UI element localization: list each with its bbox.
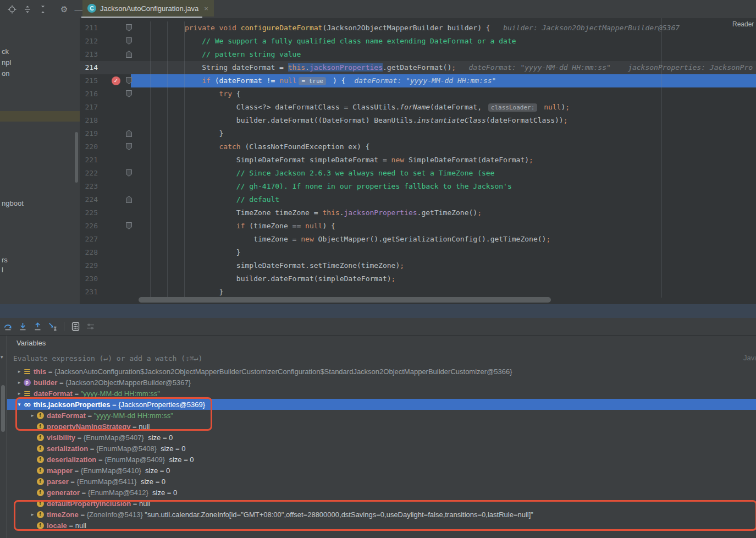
tab-variables[interactable]: Variables [7, 339, 46, 347]
project-tree-scrollbar[interactable] [75, 132, 78, 183]
step-into-icon[interactable] [18, 322, 27, 331]
expand-all-icon[interactable] [23, 4, 32, 14]
code-line-214: 214 String dateFormat = this.jacksonProp… [80, 61, 756, 74]
project-tree-item[interactable]: ngboot [2, 199, 24, 207]
fold-marker-icon[interactable] [125, 76, 133, 85]
variable-value: {EnumMap@5410} [81, 466, 141, 475]
variable-row-parser[interactable]: fparser = {EnumMap@5411} size = 0 [7, 476, 756, 487]
chevron-right-icon[interactable]: ▸ [29, 512, 36, 517]
mute-filters-icon[interactable] [86, 322, 95, 331]
variable-row-deserialization[interactable]: fdeserialization = {EnumMap@5409} size =… [7, 454, 756, 465]
debugger-left-strip: ▾ [0, 336, 7, 538]
variable-row-this[interactable]: ▸this = {JacksonAutoConfiguration$Jackso… [7, 366, 756, 377]
step-over-icon[interactable] [3, 322, 13, 331]
code-text[interactable]: // gh-4170). If none in our properties f… [131, 180, 756, 193]
code-text[interactable]: } [131, 246, 756, 259]
line-number: 222 [80, 167, 98, 180]
fold-marker-icon[interactable] [125, 195, 133, 204]
code-text[interactable]: SimpleDateFormat simpleDateFormat = new … [131, 153, 756, 167]
indent-guide [150, 21, 151, 299]
fold-marker-icon[interactable] [125, 24, 133, 32]
hide-panel-icon[interactable]: — [74, 4, 82, 14]
code-text[interactable]: catch (ClassNotFoundException ex) { [131, 140, 756, 153]
variable-row-generator[interactable]: fgenerator = {EnumMap@5412} size = 0 [7, 487, 756, 498]
code-line-218: 218 builder.dateFormat((DateFormat) Bean… [80, 114, 756, 127]
code-text[interactable]: private void configureDateFormat(Jackson… [131, 21, 756, 35]
fold-marker-icon[interactable] [125, 169, 133, 177]
variable-name: this.jacksonProperties [34, 400, 110, 409]
code-text[interactable]: String dateFormat = this.jacksonProperti… [131, 61, 756, 74]
code-text[interactable]: simpleDateFormat.setTimeZone(timeZone); [131, 259, 756, 272]
code-text[interactable]: // Since Jackson 2.6.3 we always need to… [131, 167, 756, 180]
code-text[interactable]: timeZone = new ObjectMapper().getSeriali… [131, 233, 756, 246]
tab-close-icon[interactable]: × [204, 4, 208, 13]
variable-name: parser [47, 477, 69, 486]
value-icon [24, 391, 30, 396]
variable-name: dateFormat [34, 389, 73, 398]
variables-scrollbar[interactable] [1, 385, 5, 432]
variable-row-locale[interactable]: flocale = null [7, 520, 756, 531]
evaluate-expression-row[interactable]: Evaluate expression (↵) or add a watch (… [7, 350, 756, 366]
variable-row-propertynamingstrategy[interactable]: fpropertyNamingStrategy = null [7, 421, 756, 432]
project-tree-selected-row[interactable] [0, 111, 80, 122]
reader-mode-label[interactable]: Reader mode [732, 20, 756, 28]
fold-marker-icon[interactable] [125, 50, 133, 58]
project-tree-item[interactable]: rs [2, 256, 8, 264]
locate-icon[interactable] [8, 4, 16, 14]
fold-marker-icon[interactable] [125, 142, 133, 151]
variable-row-timezone[interactable]: ▸ftimeZone = {ZoneInfo@5413} "sun.util.c… [7, 509, 756, 520]
variable-row-mapper[interactable]: fmapper = {EnumMap@5410} size = 0 [7, 465, 756, 476]
code-text[interactable]: if (timeZone == null) { [131, 219, 756, 233]
tab-jackson-auto-configuration[interactable]: C JacksonAutoConfiguration.java × [82, 0, 214, 17]
code-text[interactable]: TimeZone timeZone = this.jacksonProperti… [131, 206, 756, 219]
code-editor[interactable]: 211 private void configureDateFormat(Jac… [80, 18, 756, 304]
variable-row-serialization[interactable]: fserialization = {EnumMap@5408} size = 0 [7, 443, 756, 454]
evaluate-expression-icon[interactable] [71, 322, 80, 331]
project-tree-item[interactable]: on [2, 69, 9, 78]
project-tree-item[interactable]: ck [2, 47, 9, 56]
variable-row-this-jacksonproperties[interactable]: ▾oothis.jacksonProperties = {JacksonProp… [7, 399, 756, 410]
chevron-down-icon[interactable]: ▾ [1, 354, 3, 360]
editor-horizontal-scrollbar[interactable] [139, 297, 551, 303]
step-out-icon[interactable] [33, 322, 42, 331]
project-tree-item[interactable]: npl [2, 58, 11, 67]
fold-marker-icon[interactable] [125, 90, 133, 98]
code-text[interactable]: // pattern string value [131, 48, 756, 61]
variable-value: {EnumMap@5409} [104, 455, 165, 464]
variable-name: mapper [47, 466, 73, 475]
chevron-right-icon[interactable]: ▸ [15, 380, 23, 385]
line-number: 216 [80, 87, 98, 101]
chevron-right-icon[interactable]: ▸ [29, 413, 36, 418]
code-text[interactable]: try { [131, 87, 756, 101]
variable-row-dateformat[interactable]: ▸fdateFormat = "yyyy-MM-dd HH:mm:ss" [7, 410, 756, 421]
code-text[interactable]: // We support a fully qualified class na… [131, 35, 756, 48]
chevron-right-icon[interactable]: ▸ [15, 369, 23, 374]
code-text[interactable]: builder.dateFormat((DateFormat) BeanUtil… [131, 114, 756, 127]
variable-value: {Jackson2ObjectMapperBuilder@5367} [65, 378, 191, 387]
breakpoint-icon[interactable]: ✓ [112, 76, 120, 85]
variable-row-dateformat[interactable]: ▸dateFormat = "yyyy-MM-dd HH:mm:ss" [7, 388, 756, 399]
line-number: 212 [80, 35, 98, 48]
variable-row-defaultpropertyinclusion[interactable]: fdefaultPropertyInclusion = null [7, 498, 756, 509]
line-number: 230 [80, 272, 98, 286]
chevron-down-icon[interactable]: ▾ [15, 402, 23, 407]
code-text[interactable]: builder.dateFormat(simpleDateFormat); [131, 272, 756, 286]
variable-row-visibility[interactable]: fvisibility = {EnumMap@5407} size = 0 [7, 432, 756, 443]
variable-value: "yyyy-MM-dd HH:mm:ss" [94, 411, 173, 420]
variable-row-builder[interactable]: ▸pbuilder = {Jackson2ObjectMapperBuilder… [7, 377, 756, 388]
line-number: 226 [80, 219, 98, 233]
code-text[interactable]: if (dateFormat != null= true ) { dateFor… [131, 74, 756, 87]
settings-gear-icon[interactable]: ⚙ [60, 4, 68, 14]
fold-marker-icon[interactable] [125, 129, 133, 138]
code-text[interactable]: } [131, 127, 756, 140]
project-tree-item[interactable]: l [2, 266, 3, 274]
field-icon: f [37, 511, 44, 518]
code-text[interactable]: Class<?> dateFormatClass = ClassUtils.fo… [131, 101, 756, 114]
fold-marker-icon[interactable] [125, 37, 133, 45]
fold-marker-icon[interactable] [125, 222, 133, 230]
code-text[interactable]: // default [131, 193, 756, 206]
run-to-cursor-icon[interactable] [48, 322, 57, 331]
collapse-all-icon[interactable] [38, 4, 47, 14]
chevron-right-icon[interactable]: ▸ [15, 391, 23, 396]
panel-splitter[interactable] [0, 304, 756, 318]
